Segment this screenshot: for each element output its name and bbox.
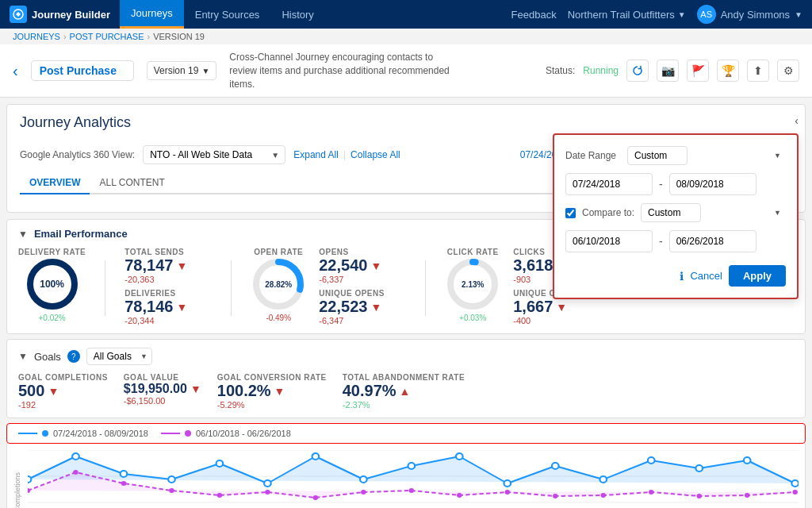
org-name: Northern Trail Outfitters ▼ (568, 9, 686, 21)
compare-row: Compare to: Custom (565, 203, 786, 222)
date-range-select-wrap: Custom (627, 146, 786, 165)
svg-point-11 (28, 476, 31, 483)
back-button[interactable]: ‹ (13, 62, 18, 80)
click-rate-delta: +0.03% (459, 314, 486, 322)
goals-chevron: ▼ (18, 351, 28, 362)
email-performance-title: Email Performance (34, 228, 128, 240)
compare-select-wrap: Custom (641, 203, 786, 222)
expand-all-link[interactable]: Expand All (293, 149, 339, 160)
click-rate-donut: 2.13% (445, 256, 500, 312)
apply-button[interactable]: Apply (729, 265, 786, 287)
y-axis-label-container: Goal Completions (13, 450, 25, 508)
delivery-rate-delta: +0.02% (39, 314, 66, 322)
feedback-link[interactable]: Feedback (511, 9, 557, 21)
unique-clicks-delta: -400 (513, 316, 592, 325)
svg-point-14 (168, 476, 175, 483)
status-badge: Running (583, 65, 619, 76)
journey-header: ‹ Post Purchase Version 19 ▼ Cross-Chann… (0, 44, 812, 98)
goals-info-icon: ? (67, 350, 80, 363)
svg-point-25 (695, 465, 703, 471)
goals-select[interactable]: All Goals (86, 348, 152, 365)
svg-point-22 (552, 463, 559, 469)
click-rate-widget: CLICK RATE 2.13% +0.03% (445, 248, 500, 322)
breadcrumb-item-2[interactable]: POST PURCHASE (70, 32, 144, 41)
app-name: Journey Builder (10, 6, 110, 23)
goal-conversion-widget: GOAL CONVERSION RATE 100.2% ▼ -5.29% (217, 373, 327, 410)
opens-delta: -6,337 (319, 275, 406, 284)
total-sends-delta: -20,363 (124, 275, 212, 284)
user-avatar: AS (697, 5, 716, 24)
svg-point-32 (217, 493, 222, 498)
goal-completions-delta: -192 (18, 400, 108, 410)
tab-overview[interactable]: OVERVIEW (20, 172, 90, 194)
start-date-input[interactable] (565, 173, 653, 195)
nav-tab-history[interactable]: History (270, 0, 324, 29)
svg-point-31 (169, 488, 174, 493)
top-navigation: Journey Builder Journeys Entry Sources H… (0, 0, 812, 29)
version-select[interactable]: Version 19 ▼ (147, 61, 217, 80)
click-rate-label: CLICK RATE (447, 248, 499, 256)
svg-point-16 (264, 480, 271, 487)
svg-point-41 (649, 490, 653, 495)
app-icon (10, 6, 27, 23)
goal-conversion-value: 100.2% ▼ (217, 382, 327, 400)
goal-completions-label: GOAL COMPLETIONS (18, 373, 108, 382)
svg-point-13 (121, 471, 128, 477)
svg-point-36 (409, 488, 414, 493)
settings-icon[interactable]: ⚙ (777, 60, 799, 82)
breadcrumb-item-1[interactable]: JOURNEYS (13, 32, 60, 41)
cancel-button[interactable]: Cancel (690, 270, 722, 282)
trophy-icon[interactable]: 🏆 (717, 60, 739, 82)
opens-label: OPENS (319, 248, 406, 256)
compare-start-date-input[interactable] (565, 230, 653, 252)
compare-checkbox[interactable] (565, 208, 576, 218)
chart-svg-container: 1234567891011121314151617 Day (28, 450, 799, 508)
user-menu[interactable]: AS Andy Simmons ▼ (697, 5, 802, 24)
compare-label: Compare to: (582, 207, 634, 218)
opens-value: 22,540 ▼ (319, 256, 406, 275)
goal-value-value: $19,950.00 ▼ (124, 382, 201, 396)
collapse-panel-button[interactable]: ‹ (795, 114, 799, 127)
deliveries-delta: -20,344 (124, 316, 212, 325)
svg-point-23 (599, 476, 607, 483)
goal-value-label: GOAL VALUE (124, 373, 201, 382)
date-range-select[interactable]: Custom (627, 146, 688, 165)
date-range-label: Date Range (565, 150, 621, 161)
goals-title: Goals (34, 351, 61, 363)
journey-description: Cross-Channel Journey encouraging contac… (229, 51, 451, 90)
goal-conversion-label: GOAL CONVERSION RATE (217, 373, 327, 382)
nav-tab-entry-sources[interactable]: Entry Sources (184, 0, 271, 29)
expand-collapse-controls: Expand All | Collapse All (293, 149, 400, 160)
refresh-icon[interactable] (626, 60, 649, 82)
goal-value-delta: -$6,150.00 (124, 396, 201, 406)
open-rate-label: OPEN RATE (254, 248, 303, 256)
date-range-popup: Date Range Custom - Compare to: Custom - (553, 133, 799, 299)
camera-icon[interactable]: 📷 (657, 60, 679, 82)
flag-icon[interactable]: 🚩 (687, 60, 709, 82)
compare-end-date-input[interactable] (669, 230, 756, 252)
nav-tabs: Journeys Entry Sources History (120, 0, 325, 29)
compare-date-separator: - (659, 235, 663, 248)
svg-point-18 (360, 476, 367, 483)
deliveries-value: 78,146 ▼ (124, 298, 212, 316)
opens-group: OPENS 22,540 ▼ -6,337 UNIQUE OPENS 22,52… (319, 248, 406, 325)
popup-actions: ℹ Cancel Apply (565, 265, 786, 287)
nav-tab-journeys[interactable]: Journeys (120, 0, 184, 29)
tab-all-content[interactable]: ALL CONTENT (90, 172, 174, 194)
svg-point-43 (745, 493, 749, 498)
svg-point-15 (216, 460, 224, 467)
share-icon[interactable]: ⬆ (747, 60, 769, 82)
open-rate-widget: OPEN RATE 28.82% -0.49% (251, 248, 306, 322)
collapse-all-link[interactable]: Collapse All (350, 149, 400, 160)
unique-clicks-value: 1,667 ▼ (513, 298, 592, 316)
total-sends-label: TOTAL SENDS (124, 248, 212, 256)
end-date-input[interactable] (669, 173, 756, 195)
compare-select[interactable]: Custom (641, 203, 701, 222)
svg-point-17 (312, 453, 320, 460)
legend-label-2: 06/10/2018 - 06/26/2018 (196, 429, 291, 438)
svg-point-24 (648, 457, 655, 464)
svg-point-26 (744, 457, 751, 464)
ga-select[interactable]: NTO - All Web Site Data (143, 145, 285, 164)
goal-completions-value: 500 ▼ (18, 382, 108, 400)
expand-chevron: ▼ (18, 229, 28, 240)
